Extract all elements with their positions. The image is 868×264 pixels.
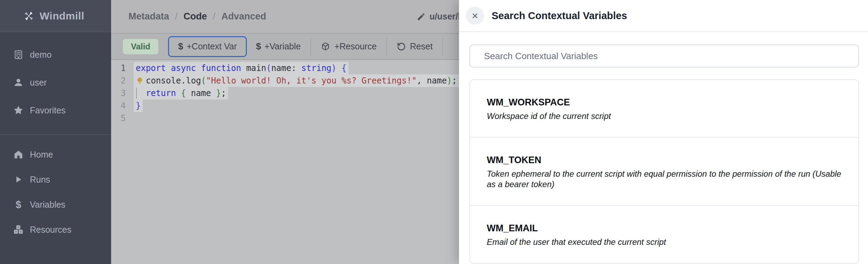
app: Windmill demo xyxy=(0,0,868,264)
variable-list-item[interactable]: WM_EMAIL Email of the user that executed… xyxy=(470,205,858,263)
variable-description: Token ephemeral to the current script wi… xyxy=(487,169,842,190)
variable-description: Workspace id of the current script xyxy=(487,111,842,121)
drawer-header: × Search Contextual Variables xyxy=(459,0,868,32)
variable-name: WM_TOKEN xyxy=(487,154,842,166)
drawer-backdrop[interactable] xyxy=(0,0,459,264)
variable-list-item[interactable]: WM_TOKEN Token ephemeral to the current … xyxy=(470,137,858,205)
variable-list-item[interactable]: WM_WORKSPACE Workspace id of the current… xyxy=(470,80,858,137)
drawer-body: WM_WORKSPACE Workspace id of the current… xyxy=(459,32,868,264)
close-icon[interactable]: × xyxy=(466,7,484,25)
variable-name: WM_EMAIL xyxy=(487,223,842,234)
variable-list: WM_WORKSPACE Workspace id of the current… xyxy=(469,79,859,264)
context-var-drawer: × Search Contextual Variables WM_WORKSPA… xyxy=(459,0,868,264)
search-input[interactable] xyxy=(469,45,859,67)
variable-name: WM_WORKSPACE xyxy=(487,97,842,108)
variable-description: Email of the user that executed the curr… xyxy=(487,237,842,247)
drawer-title: Search Contextual Variables xyxy=(492,10,627,22)
